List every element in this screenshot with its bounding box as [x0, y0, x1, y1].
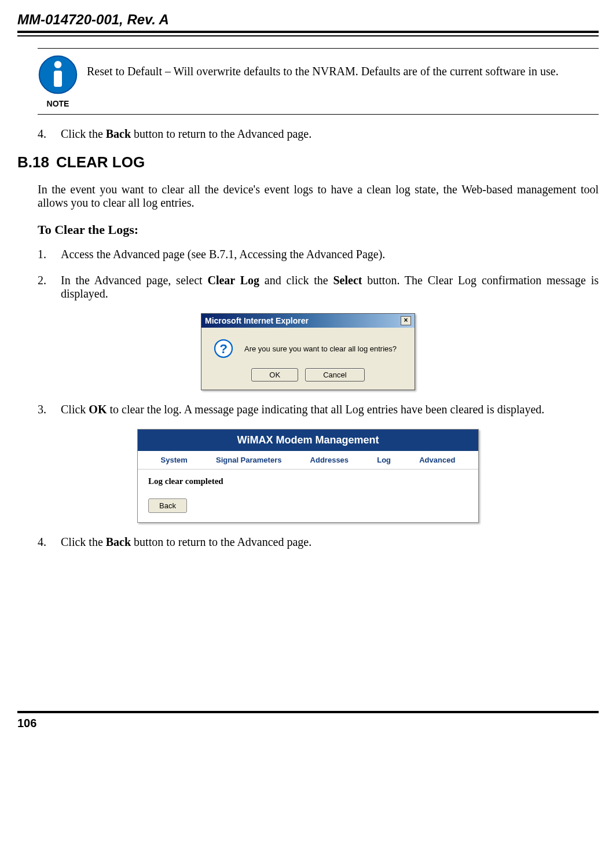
tab-system[interactable]: System	[161, 456, 188, 464]
note-label: NOTE	[38, 99, 78, 108]
step-4a: 4. Click the Back button to return to th…	[38, 127, 599, 141]
step-content: Click OK to clear the log. A message pag…	[61, 403, 599, 416]
step-content: Click the Back button to return to the A…	[61, 127, 599, 141]
tab-log[interactable]: Log	[377, 456, 391, 464]
step-content: In the Advanced page, select Clear Log a…	[61, 274, 599, 300]
step-num: 2.	[38, 274, 61, 300]
note-block: NOTE Reset to Default – Will overwrite d…	[38, 48, 599, 115]
step-num: 4.	[38, 535, 61, 549]
page-footer: 106	[17, 711, 599, 730]
tab-advanced[interactable]: Advanced	[419, 456, 455, 464]
dialog-body: ? Are you sure you want to clear all log…	[201, 328, 415, 365]
wimax-title: WiMAX Modem Management	[138, 430, 478, 451]
step-num: 1.	[38, 248, 61, 261]
sub-heading: To Clear the Logs:	[38, 222, 599, 237]
section-heading: B.18 CLEAR LOG	[17, 153, 599, 171]
ok-button[interactable]: OK	[251, 368, 298, 382]
svg-text:?: ?	[219, 342, 228, 356]
text-bold: Select	[333, 274, 362, 287]
header-divider	[17, 31, 599, 36]
text-pre: Click the	[61, 127, 106, 140]
step-2: 2. In the Advanced page, select Clear Lo…	[38, 274, 599, 300]
note-icon-container: NOTE	[38, 54, 78, 108]
dialog-buttons: OK Cancel	[201, 365, 415, 390]
text-mid: and click the	[259, 274, 333, 287]
text-pre: Click	[61, 403, 89, 416]
step-num: 4.	[38, 127, 61, 141]
step-content: Access the Advanced page (see B.7.1, Acc…	[61, 248, 599, 261]
cancel-button[interactable]: Cancel	[305, 368, 364, 382]
step-num: 3.	[38, 403, 61, 416]
question-icon: ?	[213, 338, 234, 359]
confirm-dialog-screenshot: Microsoft Internet Explorer × ? Are you …	[17, 313, 599, 390]
dialog-titlebar: Microsoft Internet Explorer ×	[201, 314, 415, 328]
doc-id: MM-014720-001, Rev. A	[17, 12, 599, 28]
confirm-dialog: Microsoft Internet Explorer × ? Are you …	[201, 313, 415, 390]
tab-signal-parameters[interactable]: Signal Parameters	[216, 456, 281, 464]
step-3: 3. Click OK to clear the log. A message …	[38, 403, 599, 416]
wimax-panel-screenshot: WiMAX Modem Management System Signal Par…	[17, 429, 599, 523]
page-number: 106	[17, 717, 599, 730]
note-text: Reset to Default – Will overwrite defaul…	[87, 54, 559, 78]
text-post: to clear the log. A message page indicat…	[107, 403, 544, 416]
info-icon	[38, 54, 78, 95]
wimax-buttons: Back	[138, 493, 478, 522]
dialog-title: Microsoft Internet Explorer	[205, 316, 309, 325]
step-4b: 4. Click the Back button to return to th…	[38, 535, 599, 549]
text-pre: Click the	[61, 535, 106, 548]
close-icon[interactable]: ×	[401, 316, 411, 325]
step-1: 1. Access the Advanced page (see B.7.1, …	[38, 248, 599, 261]
svg-rect-2	[54, 71, 62, 87]
dialog-message: Are you sure you want to clear all log e…	[244, 344, 397, 353]
text-bold: Back	[106, 127, 131, 140]
wimax-body-text: Log clear completed	[138, 469, 478, 493]
text-bold: Clear Log	[207, 274, 259, 287]
text-post: button to return to the Advanced page.	[131, 127, 311, 140]
text-bold: Back	[106, 535, 131, 548]
back-button[interactable]: Back	[148, 498, 187, 513]
text-bold: OK	[89, 403, 107, 416]
step-content: Click the Back button to return to the A…	[61, 535, 599, 549]
svg-point-1	[54, 61, 62, 68]
section-title: CLEAR LOG	[56, 153, 145, 171]
text-pre: In the Advanced page, select	[61, 274, 207, 287]
wimax-panel: WiMAX Modem Management System Signal Par…	[137, 429, 479, 523]
wimax-tabs: System Signal Parameters Addresses Log A…	[138, 451, 478, 469]
tab-addresses[interactable]: Addresses	[310, 456, 349, 464]
text-post: button to return to the Advanced page.	[131, 535, 311, 548]
intro-para: In the event you want to clear all the d…	[38, 183, 599, 210]
section-num: B.18	[17, 153, 49, 171]
